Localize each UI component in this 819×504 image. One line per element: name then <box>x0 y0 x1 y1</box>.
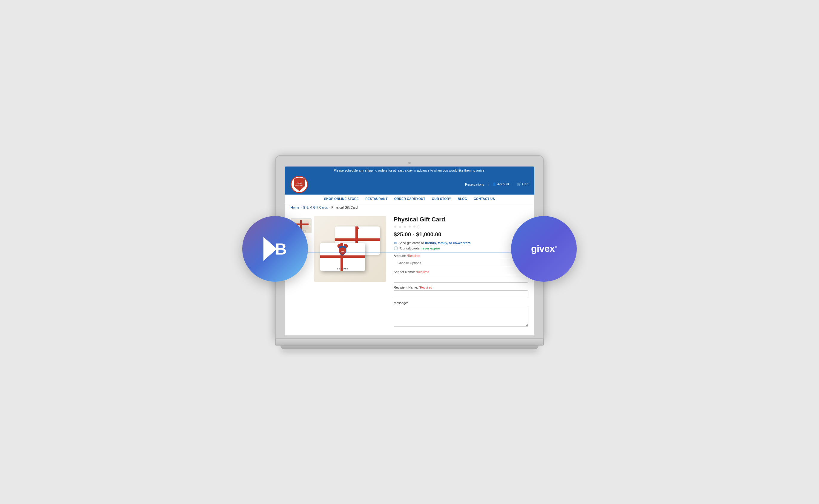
product-details-column: Physical Gift Card ★ ★ ★ ★ ★ 0 $25.00 - … <box>394 216 528 331</box>
sender-label-text: Sender Name: <box>394 270 415 274</box>
cart-link[interactable]: 🛒 Cart <box>517 182 528 186</box>
product-image-main: GIFT CARD <box>314 216 386 282</box>
givex-word: givex <box>531 243 555 254</box>
review-count[interactable]: 0 <box>418 225 419 229</box>
nav-divider-2: | <box>512 183 513 186</box>
scene: B givex® Please schedule any shipping or… <box>275 155 544 349</box>
laptop-base <box>275 339 544 346</box>
star-1: ★ <box>394 225 397 229</box>
nav-divider-1: | <box>488 183 489 186</box>
logo-gm-text: G&M <box>297 182 302 185</box>
nav-shop-online[interactable]: SHOP ONLINE STORE <box>324 197 359 201</box>
shield-icon: G&M RESTAURANT <box>293 178 305 191</box>
friends-family-link[interactable]: friends, family, or co-workers <box>425 241 471 245</box>
cart-label: Cart <box>522 182 528 186</box>
nav-blog[interactable]: BLOG <box>458 197 467 201</box>
browser-viewport: Please schedule any shipping orders for … <box>285 167 534 335</box>
recipient-name-input[interactable] <box>394 290 528 298</box>
never-expire-link[interactable]: never expire <box>421 246 440 250</box>
product-area: GIFT CARD <box>285 212 534 335</box>
amount-label-text: Amount: <box>394 254 406 258</box>
logo-restaurant-text: RESTAURANT <box>295 185 304 186</box>
givex-trademark: ® <box>555 246 557 249</box>
sender-name-input[interactable] <box>394 275 528 283</box>
recipient-required: *Required <box>419 286 432 289</box>
integration-line <box>275 252 544 252</box>
star-5: ★ <box>413 225 416 229</box>
recipient-label-text: Recipient Name: <box>394 286 418 289</box>
account-label: Account <box>497 182 509 186</box>
nav-restaurant[interactable]: RESTAURANT <box>365 197 388 201</box>
cart-icon: 🛒 <box>517 182 522 186</box>
star-4: ★ <box>408 225 411 229</box>
top-header: G&M RESTAURANT Reservations | <box>285 174 534 195</box>
feature-send-text: Send gift cards to friends, family, or c… <box>398 241 470 245</box>
gift-card-front: G&M GIFT CARD <box>320 243 365 271</box>
account-link[interactable]: 👤 Account <box>492 182 509 186</box>
breadcrumb-current: Physical Gift Card <box>331 206 358 209</box>
nav-our-story[interactable]: OUR STORY <box>432 197 451 201</box>
star-3: ★ <box>403 225 407 229</box>
amount-select[interactable]: Choose Options <box>394 259 528 267</box>
sender-required: *Required <box>416 270 429 274</box>
message-textarea[interactable] <box>394 306 528 327</box>
message-label: Message: <box>394 301 528 305</box>
bigcommerce-circle: B <box>242 216 308 282</box>
product-title: Physical Gift Card <box>394 216 528 223</box>
main-navigation: SHOP ONLINE STORE RESTAURANT ORDER CARRY… <box>285 195 534 203</box>
breadcrumb: Home › G & M Gift Cards › Physical Gift … <box>285 203 534 212</box>
logo-image: G&M RESTAURANT <box>291 176 308 193</box>
amount-label: Amount: *Required <box>394 254 528 258</box>
user-icon: 👤 <box>492 182 497 186</box>
clock-icon: 🕐 <box>394 246 398 250</box>
givex-logo-text: givex® <box>531 243 557 254</box>
recipient-section: Recipient Name: *Required <box>394 286 528 298</box>
nav-order-carryout[interactable]: ORDER CARRYOUT <box>394 197 425 201</box>
feature-expire-text: Our gift cards never expire <box>400 246 440 250</box>
nav-contact-us[interactable]: CONTACT US <box>474 197 495 201</box>
price-range: $25.00 - $1,000.00 <box>394 231 528 238</box>
breadcrumb-sep-1: › <box>301 206 302 209</box>
message-section: Message: <box>394 301 528 328</box>
givex-circle: givex® <box>511 216 577 282</box>
feature-no-expire: 🕐 Our gift cards never expire <box>394 246 528 250</box>
amount-section: Amount: *Required Choose Options <box>394 254 528 267</box>
product-rating: ★ ★ ★ ★ ★ 0 <box>394 225 528 229</box>
breadcrumb-parent[interactable]: G & M Gift Cards <box>303 206 328 209</box>
bigcommerce-triangle-icon <box>264 237 277 261</box>
star-2: ★ <box>398 225 402 229</box>
header-nav-links: Reservations | 👤 Account | 🛒 Cart <box>465 182 528 186</box>
recipient-label: Recipient Name: *Required <box>394 286 528 289</box>
breadcrumb-home[interactable]: Home <box>291 206 299 209</box>
product-features: ✉ Send gift cards to friends, family, or… <box>394 241 528 250</box>
logo-container[interactable]: G&M RESTAURANT <box>291 176 308 193</box>
feature-send-gift: ✉ Send gift cards to friends, family, or… <box>394 241 528 245</box>
email-icon: ✉ <box>394 241 397 245</box>
sender-section: Sender Name: *Required <box>394 270 528 283</box>
laptop-bottom <box>281 346 538 349</box>
webcam <box>408 162 411 164</box>
product-images-column: GIFT CARD <box>291 216 386 331</box>
sender-label: Sender Name: *Required <box>394 270 528 274</box>
announcement-bar: Please schedule any shipping orders for … <box>285 167 534 174</box>
amount-required: *Required <box>407 254 420 258</box>
announcement-text: Please schedule any shipping orders for … <box>334 169 485 172</box>
breadcrumb-sep-2: › <box>329 206 330 209</box>
reservations-link[interactable]: Reservations <box>465 183 484 186</box>
screen-bezel: Please schedule any shipping orders for … <box>275 155 544 339</box>
gm-shield-card: G&M <box>338 246 347 256</box>
